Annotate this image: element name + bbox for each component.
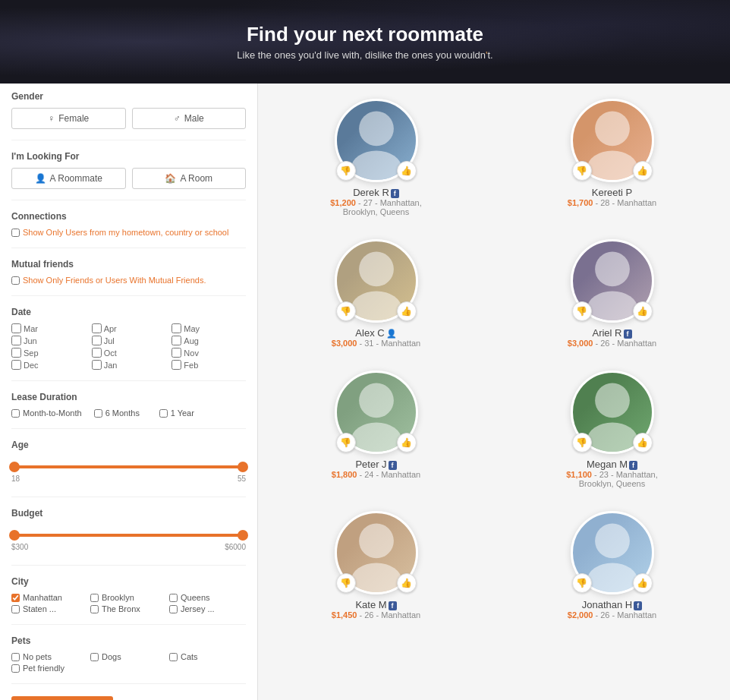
age-thumb-min[interactable]	[9, 462, 20, 472]
date-oct-cb[interactable]	[92, 348, 102, 358]
profile-price: $3,000	[332, 339, 357, 348]
lease-month-cb[interactable]	[11, 409, 20, 418]
age-thumb-max[interactable]	[238, 462, 248, 472]
lease-1year-cb[interactable]	[159, 409, 168, 418]
like-button[interactable]: 👍	[633, 301, 653, 321]
room-label: A Room	[180, 173, 212, 184]
date-oct: Oct	[92, 348, 166, 358]
fb-icon: f	[624, 330, 632, 339]
pets-filter: Pets No pets Dogs Cats Pet friendly	[11, 635, 246, 684]
dislike-button[interactable]: 👎	[336, 573, 356, 593]
mutual-friends-checkbox[interactable]	[11, 276, 20, 285]
dislike-button[interactable]: 👎	[336, 433, 356, 452]
connections-checkbox-label: Show Only Users from my hometown, countr…	[23, 228, 228, 237]
date-may: May	[171, 323, 246, 333]
avatar-wrap: 👎 👍	[571, 370, 654, 454]
svg-point-13	[351, 563, 401, 592]
like-button[interactable]: 👍	[633, 433, 653, 452]
dislike-button[interactable]: 👎	[572, 433, 592, 452]
hero-title: Find your next roommate	[247, 23, 483, 46]
profile-info: $1,450 - 26 - Manhattan	[323, 610, 430, 620]
city-brooklyn: Brooklyn	[90, 593, 167, 602]
like-button[interactable]: 👍	[397, 573, 417, 593]
date-dec-cb[interactable]	[11, 360, 21, 370]
profile-price: $3,000	[568, 339, 593, 348]
profile-price: $1,200	[330, 198, 356, 207]
pets-friendly-cb[interactable]	[11, 664, 20, 673]
date-jan-cb[interactable]	[92, 360, 102, 370]
dislike-button[interactable]: 👎	[572, 573, 592, 593]
looking-roommate-btn[interactable]: 👤 A Roommate	[11, 168, 126, 189]
like-button[interactable]: 👍	[633, 573, 653, 593]
city-manhattan-cb[interactable]	[11, 594, 20, 602]
city-queens-cb[interactable]	[169, 594, 178, 602]
avatar-wrap: 👎 👍	[335, 99, 418, 182]
profile-card-derek-r: 👎 👍 Derek Rf $1,200 - 27 - Manhattan, Br…	[323, 99, 430, 216]
profile-card-ariel-r: 👎 👍 Ariel Rf $3,000 - 26 - Manhattan	[559, 239, 665, 348]
pets-cats-cb[interactable]	[169, 653, 178, 661]
lease-1year-item: 1 Year	[159, 408, 212, 418]
date-may-cb[interactable]	[171, 323, 181, 333]
hero-section: Find your next roommate Like the ones yo…	[0, 0, 730, 84]
date-mar-cb[interactable]	[11, 323, 21, 333]
profile-name: Kate Mf	[323, 599, 430, 610]
like-button[interactable]: 👍	[397, 301, 417, 321]
gender-male-btn[interactable]: ♂ Male	[132, 108, 247, 129]
profile-name: Peter Jf	[323, 459, 430, 470]
like-button[interactable]: 👍	[397, 433, 417, 452]
date-nov: Nov	[171, 348, 246, 358]
svg-point-10	[595, 383, 630, 418]
city-filter: City Manhattan Brooklyn Queens Staten ..…	[11, 576, 246, 625]
profile-info: $3,000 - 31 - Manhattan	[323, 339, 430, 348]
svg-point-6	[595, 252, 630, 287]
profile-grid: 👎 👍 Derek Rf $1,200 - 27 - Manhattan, Br…	[281, 99, 707, 620]
city-jersey: Jersey ...	[169, 604, 246, 613]
date-aug-cb[interactable]	[171, 336, 181, 345]
budget-label: Budget	[11, 508, 246, 519]
dislike-button[interactable]: 👎	[336, 301, 356, 321]
lease-6months-cb[interactable]	[94, 409, 102, 418]
profile-card-jonathan-h: 👎 👍 Jonathan Hf $2,000 - 26 - Manhattan	[559, 511, 665, 620]
apply-filters-button[interactable]: 🔍 Apply Filters	[11, 696, 113, 700]
budget-thumb-min[interactable]	[9, 530, 20, 541]
dislike-button[interactable]: 👎	[572, 301, 592, 321]
svg-point-11	[587, 423, 637, 452]
date-filter: Date Mar Apr May Jun Jul Aug Sep Oct Nov…	[11, 307, 246, 381]
date-dec: Dec	[11, 360, 86, 370]
city-grid: Manhattan Brooklyn Queens Staten ... The…	[11, 593, 246, 613]
svg-point-0	[359, 112, 394, 147]
profile-age-location: - 26 - Manhattan	[596, 339, 657, 348]
date-apr-cb[interactable]	[92, 323, 102, 333]
date-sep: Sep	[11, 348, 86, 358]
gender-female-btn[interactable]: ♀ Female	[11, 108, 126, 129]
date-feb-cb[interactable]	[171, 360, 181, 370]
connections-checkbox[interactable]	[11, 229, 20, 237]
date-jul-cb[interactable]	[92, 336, 102, 345]
pets-dogs-cb[interactable]	[90, 653, 99, 661]
roommate-icon: 👤	[35, 173, 46, 184]
profile-info: $1,700 - 28 - Manhattan	[559, 198, 665, 207]
profile-card-kereeti-p: 👎 👍 Kereeti P $1,700 - 28 - Manhattan	[559, 99, 665, 216]
date-jun-cb[interactable]	[11, 336, 21, 345]
like-button[interactable]: 👍	[633, 161, 653, 181]
user-icon: 👤	[386, 329, 397, 338]
avatar-wrap: 👎 👍	[571, 239, 654, 323]
budget-thumb-max[interactable]	[238, 530, 248, 541]
pets-nopets-cb[interactable]	[11, 653, 20, 661]
date-sep-cb[interactable]	[11, 348, 21, 358]
city-brooklyn-cb[interactable]	[90, 594, 99, 602]
looking-for-toggle-group: 👤 A Roommate 🏠 A Room	[11, 168, 246, 189]
city-bronx-cb[interactable]	[90, 605, 99, 613]
looking-room-btn[interactable]: 🏠 A Room	[132, 168, 247, 189]
connections-checkbox-item: Show Only Users from my hometown, countr…	[11, 228, 246, 237]
like-button[interactable]: 👍	[397, 161, 417, 181]
date-jul: Jul	[92, 336, 166, 345]
mutual-friends-label: Mutual friends	[11, 259, 246, 270]
date-nov-cb[interactable]	[171, 348, 181, 358]
city-staten-cb[interactable]	[11, 605, 20, 613]
dislike-button[interactable]: 👎	[572, 161, 592, 181]
connections-filter: Connections Show Only Users from my home…	[11, 211, 246, 248]
dislike-button[interactable]: 👎	[336, 161, 356, 181]
connections-label: Connections	[11, 211, 246, 222]
city-jersey-cb[interactable]	[169, 605, 178, 613]
